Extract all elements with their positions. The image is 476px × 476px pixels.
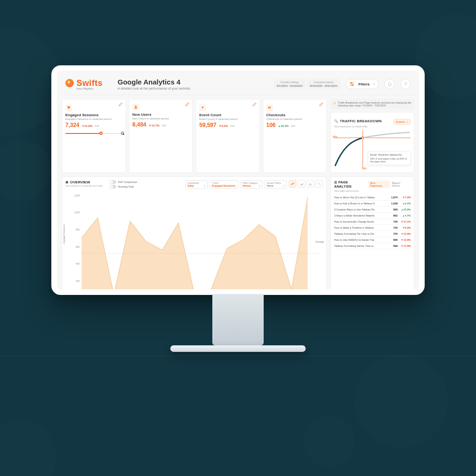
kpi-slider[interactable] bbox=[65, 131, 122, 136]
page-analysis-row[interactable]: 3 Ways to Make Wonderful Waterfa862▲4.7% bbox=[334, 213, 411, 219]
chart-options-button[interactable] bbox=[315, 180, 323, 188]
expand-button[interactable]: Expand⤢ bbox=[393, 119, 411, 125]
home-button[interactable] bbox=[385, 79, 395, 89]
page-analysis-row[interactable]: How to Use INDEX() for Easier Top696▼12.… bbox=[334, 237, 411, 243]
filters-button[interactable]: Filters ▾ bbox=[346, 79, 379, 89]
swifts-logo-icon bbox=[65, 79, 74, 87]
traffic-breakdown-title: 🔍TRAFFIC BREAKDOWN bbox=[334, 119, 382, 123]
svg-point-2 bbox=[350, 83, 351, 84]
svg-point-7 bbox=[362, 137, 364, 139]
sliders-icon bbox=[349, 81, 355, 87]
chart-type-line-button[interactable] bbox=[289, 180, 296, 188]
select-filter-category[interactable]: Filter Category Device▾ bbox=[240, 180, 263, 189]
comparison-period-box[interactable]: Comparison period: 8/19/2024 - 8/31/2024 bbox=[307, 79, 340, 89]
svg-point-12 bbox=[320, 184, 321, 185]
page-analysis-card: ☰PAGE ANALYSIS Most Pageviews Biggest Mo… bbox=[330, 176, 414, 295]
page-title: Google Analytics 4 bbox=[118, 78, 268, 86]
kpi-delta: ▼21.8% bbox=[82, 125, 92, 127]
user-icon bbox=[133, 104, 139, 110]
page-analysis-row[interactable]: How to Add a Button to a Tableau D1,528▲… bbox=[334, 201, 411, 207]
tab-most-pageviews[interactable]: Most Pageviews bbox=[368, 181, 390, 188]
svg-text:1000: 1000 bbox=[74, 211, 79, 214]
help-button[interactable]: ? bbox=[400, 79, 411, 89]
svg-text:200: 200 bbox=[76, 280, 80, 282]
brand-name: Swifts bbox=[77, 78, 103, 88]
page-subtitle: A detailed look at the performance of yo… bbox=[118, 87, 268, 90]
dashboard-screen: Swifts from Playfair+ Google Analytics 4… bbox=[51, 65, 425, 295]
expand-icon: ⤢ bbox=[406, 120, 408, 123]
overview-card: ⊕OVERVIEW Use controls to customise your… bbox=[62, 176, 327, 295]
alert-icon: ⚠ bbox=[333, 101, 336, 105]
kpi-event-count[interactable]: ✦ Event Count Event Count in selected pe… bbox=[196, 99, 260, 173]
checkout-icon: ⇄ bbox=[266, 105, 273, 111]
kpi-engaged-sessions[interactable]: ✺ Engaged Sessions Engaged Sessions in s… bbox=[62, 99, 126, 173]
monitor-base bbox=[170, 345, 306, 352]
search-icon: 🔍 bbox=[334, 119, 338, 123]
page-analysis-title: ☰PAGE ANALYSIS bbox=[334, 180, 365, 189]
svg-point-11 bbox=[318, 183, 319, 184]
switch-icon bbox=[110, 185, 116, 189]
monitor-mockup: Swifts from Playfair+ Google Analytics 4… bbox=[51, 65, 425, 352]
tab-biggest-movers[interactable]: Biggest Movers bbox=[390, 181, 411, 188]
current-period-box[interactable]: Currently viewing: 9/1/2024 - 9/13/2024 bbox=[274, 79, 305, 89]
chevron-down-icon: ▾ bbox=[373, 83, 375, 85]
toggle-running-total[interactable]: Running Total bbox=[110, 185, 137, 189]
traffic-breakdown-chart: 80% 33% PAGE TRAFFIC INSIGHTS 33% of tot… bbox=[334, 130, 411, 169]
kpi-value: 7,324 bbox=[65, 122, 79, 128]
select-yaxis[interactable]: Y-Axis Engaged Sessions▾ bbox=[210, 180, 238, 189]
svg-point-4 bbox=[135, 105, 136, 107]
traffic-breakdown-card: 🔍TRAFFIC BREAKDOWN View breakdown of ove… bbox=[330, 112, 414, 173]
svg-text:1200: 1200 bbox=[74, 194, 79, 197]
header: Swifts from Playfair+ Google Analytics 4… bbox=[62, 76, 414, 95]
svg-rect-10 bbox=[311, 184, 312, 185]
select-granularity[interactable]: Granularity Daily▾ bbox=[185, 180, 208, 189]
toggle-pop-comparison[interactable]: PoP Comparison bbox=[110, 180, 137, 184]
page-analysis-list: How to Show Top 10 Lists in Tablea1,874▼… bbox=[334, 195, 411, 249]
brand-byline: from Playfair+ bbox=[77, 87, 112, 90]
svg-rect-8 bbox=[309, 184, 310, 185]
chevron-down-icon: ▾ bbox=[204, 184, 205, 187]
page-analysis-row[interactable]: How to Make a Timeline in Tableau725▼6.2… bbox=[334, 225, 411, 231]
logo: Swifts from Playfair+ bbox=[65, 78, 112, 90]
select-device-filters[interactable]: Device Filters None▾ bbox=[265, 180, 287, 189]
kpi-row: ✺ Engaged Sessions Engaged Sessions in s… bbox=[62, 99, 327, 173]
switch-icon bbox=[110, 180, 116, 184]
chart-type-bar-button[interactable] bbox=[307, 180, 314, 188]
chart-type-area-button[interactable] bbox=[298, 180, 305, 188]
svg-text:400: 400 bbox=[76, 262, 80, 265]
edit-icon[interactable] bbox=[319, 102, 323, 107]
page-analysis-row[interactable]: 3 Creative Ways to Use Tableau Pa959▲25.… bbox=[334, 207, 411, 213]
svg-rect-9 bbox=[310, 183, 311, 185]
monitor-stand bbox=[212, 294, 264, 345]
kpi-checkouts[interactable]: ⇄ Checkouts Checkouts in selected period… bbox=[263, 99, 327, 173]
svg-text:800: 800 bbox=[76, 228, 80, 231]
edit-icon[interactable] bbox=[185, 102, 189, 107]
info-strip: ⚠ Traffic Breakdown and Page Analysis se… bbox=[330, 99, 414, 109]
edit-icon[interactable] bbox=[119, 102, 123, 107]
insight-tooltip: PAGE TRAFFIC INSIGHTS 33% of total pages… bbox=[368, 151, 411, 165]
event-icon: ✦ bbox=[199, 105, 206, 111]
overview-title: ⊕OVERVIEW bbox=[65, 180, 103, 184]
edit-icon[interactable] bbox=[252, 102, 257, 107]
overview-chart: Engaged Sessions Average 020040060080010… bbox=[65, 191, 323, 295]
gauge-icon: ✺ bbox=[65, 105, 72, 111]
page-analysis-row[interactable]: Tableau Formatting Tip: How to Dis725▼12… bbox=[334, 231, 411, 237]
svg-point-3 bbox=[352, 84, 353, 85]
page-analysis-row[interactable]: How to Dynamically Change Numb726▼17.1% bbox=[334, 219, 411, 225]
list-icon: ☰ bbox=[334, 181, 337, 184]
kpi-new-users[interactable]: New Users New Users in selected period 8… bbox=[129, 99, 193, 173]
date-range-display: Currently viewing: 9/1/2024 - 9/13/2024 … bbox=[274, 79, 340, 89]
globe-icon: ⊕ bbox=[65, 180, 69, 184]
page-analysis-row[interactable]: Tableau Formatting Series: How to599▼11.… bbox=[334, 243, 411, 249]
svg-text:600: 600 bbox=[76, 245, 80, 248]
page-analysis-row[interactable]: How to Show Top 10 Lists in Tablea1,874▼… bbox=[334, 195, 411, 201]
